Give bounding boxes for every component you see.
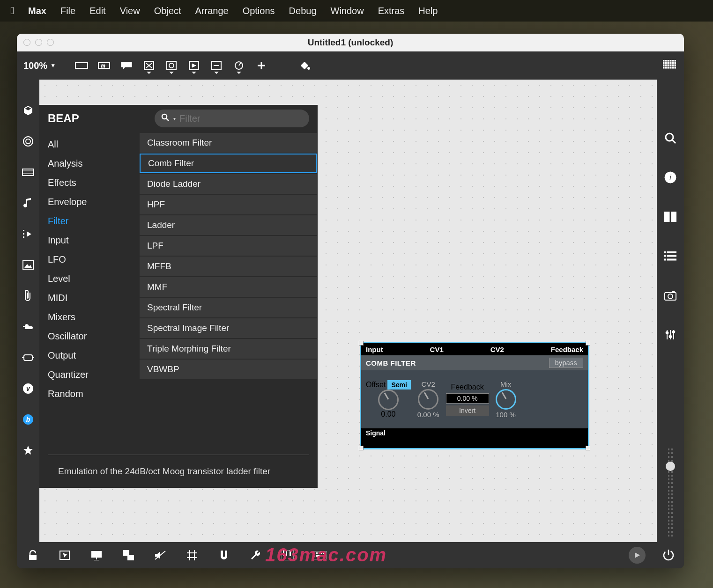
cat-analysis[interactable]: Analysis	[39, 154, 140, 173]
module-icon[interactable]	[22, 166, 35, 179]
hash-icon[interactable]	[185, 548, 200, 563]
snippets-icon[interactable]	[22, 228, 35, 241]
sliders-icon[interactable]	[663, 328, 677, 342]
menu-object[interactable]: Object	[154, 6, 181, 16]
message-icon[interactable]: m	[96, 59, 112, 73]
cursor-icon[interactable]	[57, 548, 72, 563]
window-close-button[interactable]	[23, 39, 30, 46]
window-minimize-button[interactable]	[35, 39, 42, 46]
grid-icon[interactable]	[661, 59, 677, 73]
cat-quantizer[interactable]: Quantizer	[39, 365, 140, 384]
cat-filter[interactable]: Filter	[39, 212, 140, 231]
menu-arrange[interactable]: Arrange	[195, 6, 228, 16]
list-icon[interactable]	[663, 249, 677, 263]
offset-knob[interactable]	[378, 390, 399, 410]
list-item[interactable]: Classroom Filter	[140, 133, 317, 153]
info-icon[interactable]: i	[663, 170, 677, 184]
power-button[interactable]	[662, 549, 676, 562]
comment-icon[interactable]	[119, 59, 134, 73]
cat-oscillator[interactable]: Oscillator	[39, 327, 140, 346]
menu-view[interactable]: View	[120, 6, 140, 16]
record-icon[interactable]	[22, 135, 35, 148]
dial-icon[interactable]	[231, 59, 247, 73]
list-item[interactable]: Diode Ladder	[140, 174, 317, 194]
mix-knob[interactable]	[496, 389, 516, 410]
toggle-icon[interactable]	[141, 59, 157, 73]
list-item[interactable]: Spectral Filter	[140, 298, 317, 317]
feedback-value[interactable]: 0.00 %	[446, 393, 489, 404]
note-icon[interactable]	[22, 197, 35, 210]
invert-button[interactable]: Invert	[446, 405, 489, 416]
new-object-icon[interactable]	[74, 59, 89, 73]
vizzie-icon[interactable]: v	[22, 382, 35, 395]
search-dropdown-icon[interactable]: ▾	[173, 116, 176, 121]
zoom-dropdown[interactable]: 100%▼	[23, 60, 56, 71]
resize-handle[interactable]	[586, 446, 590, 450]
cat-level[interactable]: Level	[39, 269, 140, 288]
play-button[interactable]	[629, 547, 646, 564]
list-item[interactable]: MFFB	[140, 257, 317, 276]
menu-edit[interactable]: Edit	[89, 6, 105, 16]
cat-output[interactable]: Output	[39, 346, 140, 365]
favorites-icon[interactable]	[22, 444, 35, 457]
resize-handle[interactable]	[586, 341, 590, 345]
plug-icon[interactable]	[22, 320, 35, 333]
lock-icon[interactable]	[25, 548, 40, 563]
list-item[interactable]: MMF	[140, 277, 317, 297]
resize-handle[interactable]	[359, 341, 364, 345]
comb-filter-module[interactable]: Input CV1 CV2 Feedback COMB FILTER bypas…	[360, 342, 589, 449]
resize-handle[interactable]	[359, 446, 364, 450]
apple-menu-icon[interactable]: 	[10, 5, 14, 17]
presentation-icon[interactable]	[89, 548, 104, 563]
cat-mixers[interactable]: Mixers	[39, 308, 140, 327]
gen-icon[interactable]	[22, 351, 35, 364]
cube-icon[interactable]	[22, 104, 35, 117]
menu-options[interactable]: Options	[243, 6, 275, 16]
beap-search[interactable]: ▾	[155, 110, 309, 127]
menu-file[interactable]: File	[60, 6, 75, 16]
level-meter[interactable]	[663, 444, 677, 542]
add-icon[interactable]	[253, 59, 269, 73]
svg-rect-50	[23, 261, 33, 269]
menu-help[interactable]: Help	[418, 6, 438, 16]
cv2-knob[interactable]	[418, 389, 438, 410]
cat-envelope[interactable]: Envelope	[39, 192, 140, 212]
meter-thumb[interactable]	[666, 462, 675, 471]
number-icon[interactable]	[186, 59, 202, 73]
paint-bucket-icon[interactable]	[297, 59, 312, 73]
wrench-icon[interactable]	[248, 548, 263, 563]
layers-icon[interactable]	[121, 548, 136, 563]
cat-random[interactable]: Random	[39, 384, 140, 404]
list-item[interactable]: Comb Filter	[140, 154, 317, 173]
window-titlebar[interactable]: Untitled1 (unlocked)	[17, 34, 684, 51]
list-item[interactable]: VBWBP	[140, 360, 317, 379]
list-item[interactable]: Triple Morphing Filter	[140, 339, 317, 359]
camera-icon[interactable]	[663, 288, 677, 302]
list-item[interactable]: Spectral Image Filter	[140, 318, 317, 338]
cat-effects[interactable]: Effects	[39, 173, 140, 192]
app-menu[interactable]: Max	[28, 6, 46, 16]
list-item[interactable]: LPF	[140, 236, 317, 256]
menu-debug[interactable]: Debug	[289, 6, 317, 16]
split-icon[interactable]	[663, 210, 677, 224]
beap-search-input[interactable]	[179, 113, 303, 124]
bypass-button[interactable]: bypass	[549, 358, 583, 368]
cat-midi[interactable]: MIDI	[39, 288, 140, 308]
menu-window[interactable]: Window	[331, 6, 364, 16]
image-icon[interactable]	[22, 258, 35, 272]
list-item[interactable]: Ladder	[140, 215, 317, 235]
beap-icon[interactable]: b	[22, 413, 35, 426]
clip-icon[interactable]	[22, 289, 35, 302]
cat-all[interactable]: All	[39, 135, 140, 154]
search-icon[interactable]	[663, 131, 677, 145]
menu-extras[interactable]: Extras	[378, 6, 405, 16]
magnet-icon[interactable]	[216, 548, 231, 563]
slider-icon[interactable]	[208, 59, 224, 73]
mute-icon[interactable]	[153, 548, 168, 563]
cat-input[interactable]: Input	[39, 231, 140, 250]
button-icon[interactable]	[163, 59, 179, 73]
window-zoom-button[interactable]	[47, 39, 54, 46]
list-item[interactable]: HPF	[140, 195, 317, 214]
cat-lfo[interactable]: LFO	[39, 250, 140, 269]
semi-button[interactable]: Semi	[387, 380, 410, 390]
